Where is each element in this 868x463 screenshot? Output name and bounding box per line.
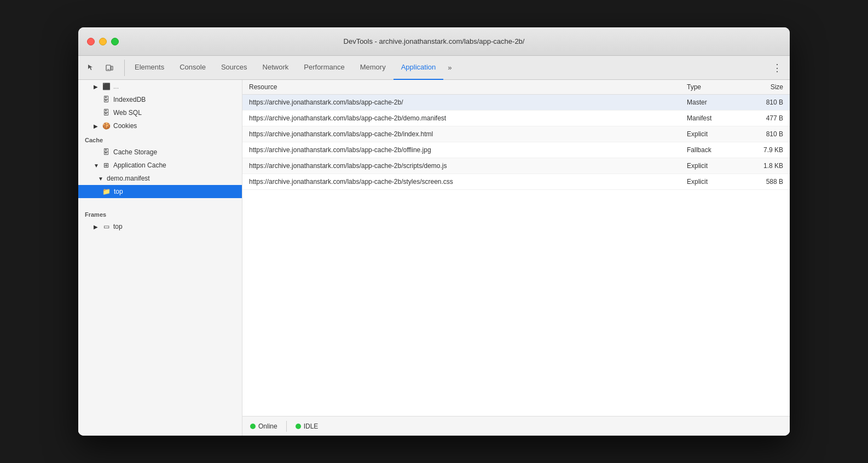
expand-arrow-demo-manifest: ▼ bbox=[98, 176, 103, 182]
online-indicator: Online bbox=[250, 423, 277, 430]
cell-size: 810 B bbox=[740, 95, 790, 111]
tab-elements[interactable]: Elements bbox=[127, 56, 172, 80]
cell-size: 588 B bbox=[740, 174, 790, 190]
table-row[interactable]: https://archive.jonathanstark.com/labs/a… bbox=[242, 174, 790, 190]
table-row[interactable]: https://archive.jonathanstark.com/labs/a… bbox=[242, 126, 790, 142]
cell-type: Manifest bbox=[680, 111, 740, 126]
cache-storage-icon: 🗄 bbox=[102, 148, 110, 156]
title-bar: DevTools - archive.jonathanstark.com/lab… bbox=[78, 27, 790, 56]
sidebar-item-truncated[interactable]: ▶ ⬛ ... bbox=[78, 80, 242, 93]
indexeddb-icon: 🗄 bbox=[102, 96, 110, 103]
devtools-window: DevTools - archive.jonathanstark.com/lab… bbox=[78, 27, 790, 436]
table-row[interactable]: https://archive.jonathanstark.com/labs/a… bbox=[242, 142, 790, 158]
header-resource: Resource bbox=[242, 80, 680, 95]
app-cache-icon: ⊞ bbox=[102, 161, 110, 169]
sidebar-item-demo-manifest[interactable]: ▼ demo.manifest bbox=[78, 172, 242, 185]
storage-icon: ⬛ bbox=[102, 83, 110, 90]
traffic-lights bbox=[87, 38, 119, 45]
tabs-bar: Elements Console Sources Network Perform… bbox=[127, 56, 769, 80]
toolbar-icons bbox=[83, 60, 125, 76]
tab-application[interactable]: Application bbox=[394, 56, 444, 80]
more-tabs-button[interactable]: » bbox=[443, 56, 456, 80]
cell-type: Fallback bbox=[680, 142, 740, 158]
frame-icon: ▭ bbox=[102, 223, 110, 230]
cache-section-label: Cache bbox=[78, 132, 242, 146]
sidebar-item-top-frame[interactable]: ▶ ▭ top bbox=[78, 220, 242, 233]
toolbar: Elements Console Sources Network Perform… bbox=[78, 56, 790, 80]
cell-size: 810 B bbox=[740, 126, 790, 142]
menu-button[interactable]: ⋮ bbox=[769, 60, 785, 76]
sidebar-item-websql[interactable]: 🗄 Web SQL bbox=[78, 106, 242, 119]
sidebar-item-cookies[interactable]: ▶ 🍪 Cookies bbox=[78, 119, 242, 132]
status-bar: Online IDLE bbox=[242, 416, 790, 436]
cell-size: 1.8 KB bbox=[740, 158, 790, 174]
cell-resource: https://archive.jonathanstark.com/labs/a… bbox=[242, 111, 680, 126]
table-row[interactable]: https://archive.jonathanstark.com/labs/a… bbox=[242, 111, 790, 126]
cell-type: Explicit bbox=[680, 174, 740, 190]
table-row[interactable]: https://archive.jonathanstark.com/labs/a… bbox=[242, 95, 790, 111]
status-divider bbox=[286, 421, 287, 432]
main-content: ▶ ⬛ ... 🗄 IndexedDB 🗄 Web SQL ▶ 🍪 Cookie… bbox=[78, 80, 790, 436]
sidebar-item-cache-storage[interactable]: 🗄 Cache Storage bbox=[78, 146, 242, 159]
online-dot bbox=[250, 424, 256, 429]
cell-type: Master bbox=[680, 95, 740, 111]
expand-arrow-app-cache: ▼ bbox=[94, 163, 99, 169]
close-button[interactable] bbox=[87, 38, 95, 45]
resource-table-container[interactable]: Resource Type Size https://archive.jonat… bbox=[242, 80, 790, 416]
sidebar-item-top-cache[interactable]: 📁 top bbox=[78, 185, 242, 198]
cell-resource: https://archive.jonathanstark.com/labs/a… bbox=[242, 174, 680, 190]
idle-dot bbox=[296, 424, 301, 429]
cell-resource: https://archive.jonathanstark.com/labs/a… bbox=[242, 126, 680, 142]
frames-section-label: Frames bbox=[78, 207, 242, 220]
cell-type: Explicit bbox=[680, 126, 740, 142]
minimize-button[interactable] bbox=[99, 38, 107, 45]
resource-table: Resource Type Size https://archive.jonat… bbox=[242, 80, 790, 190]
websql-icon: 🗄 bbox=[102, 109, 110, 117]
sidebar-item-indexeddb[interactable]: 🗄 IndexedDB bbox=[78, 93, 242, 106]
tab-console[interactable]: Console bbox=[172, 56, 213, 80]
folder-icon: 📁 bbox=[102, 188, 111, 195]
table-row[interactable]: https://archive.jonathanstark.com/labs/a… bbox=[242, 158, 790, 174]
tab-memory[interactable]: Memory bbox=[352, 56, 394, 80]
sidebar-item-app-cache[interactable]: ▼ ⊞ Application Cache bbox=[78, 159, 242, 172]
content-area: Resource Type Size https://archive.jonat… bbox=[242, 80, 790, 436]
idle-indicator: IDLE bbox=[296, 423, 319, 430]
cookies-icon: 🍪 bbox=[102, 122, 110, 130]
window-title: DevTools - archive.jonathanstark.com/lab… bbox=[344, 37, 525, 45]
sidebar: ▶ ⬛ ... 🗄 IndexedDB 🗄 Web SQL ▶ 🍪 Cookie… bbox=[78, 80, 242, 436]
header-type: Type bbox=[680, 80, 740, 95]
expand-arrow-top-frame: ▶ bbox=[94, 224, 99, 230]
cell-size: 7.9 KB bbox=[740, 142, 790, 158]
expand-arrow: ▶ bbox=[94, 84, 99, 90]
cell-size: 477 B bbox=[740, 111, 790, 126]
maximize-button[interactable] bbox=[111, 38, 119, 45]
device-icon[interactable] bbox=[101, 60, 118, 76]
tab-network[interactable]: Network bbox=[255, 56, 297, 80]
tab-performance[interactable]: Performance bbox=[296, 56, 352, 80]
cell-resource: https://archive.jonathanstark.com/labs/a… bbox=[242, 142, 680, 158]
cell-resource: https://archive.jonathanstark.com/labs/a… bbox=[242, 95, 680, 111]
header-size: Size bbox=[740, 80, 790, 95]
cell-resource: https://archive.jonathanstark.com/labs/a… bbox=[242, 158, 680, 174]
cell-type: Explicit bbox=[680, 158, 740, 174]
svg-rect-1 bbox=[111, 66, 113, 70]
inspect-icon[interactable] bbox=[83, 60, 99, 76]
expand-arrow-cookies: ▶ bbox=[94, 123, 99, 129]
tab-sources[interactable]: Sources bbox=[213, 56, 255, 80]
